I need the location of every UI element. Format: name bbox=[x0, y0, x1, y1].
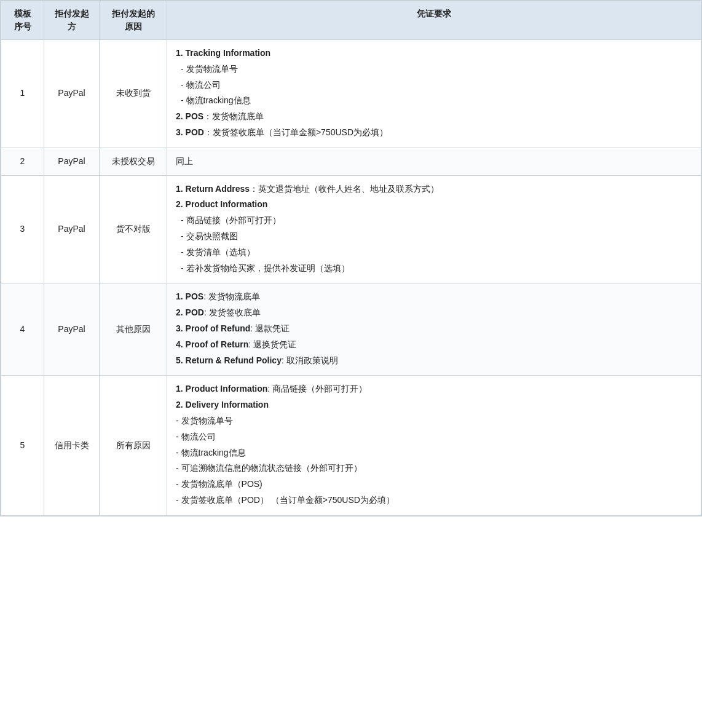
cell-evidence: 1. Tracking Information- 发货物流单号- 物流公司- 物… bbox=[167, 40, 701, 148]
evidence-item: - 可追溯物流信息的物流状态链接（外部可打开） bbox=[176, 461, 692, 476]
cell-num: 3 bbox=[1, 175, 44, 283]
table-row: 3PayPal货不对版1. Return Address：英文退货地址（收件人姓… bbox=[1, 175, 701, 283]
evidence-item: - 若补发货物给买家，提供补发证明（选填） bbox=[176, 261, 692, 276]
evidence-item: - 物流公司 bbox=[176, 430, 692, 445]
cell-party: 信用卡类 bbox=[44, 376, 100, 515]
evidence-item: - 发货物流单号 bbox=[176, 414, 692, 429]
cell-party: PayPal bbox=[44, 283, 100, 376]
cell-reason: 未收到货 bbox=[100, 40, 167, 148]
evidence-item: - 发货签收底单（POD） （当订单金额>750USD为必填） bbox=[176, 493, 692, 508]
main-table-container: 模板序号 拒付发起方 拒付发起的原因 凭证要求 1PayPal未收到货1. Tr… bbox=[0, 0, 702, 516]
cell-reason: 货不对版 bbox=[100, 175, 167, 283]
header-reason: 拒付发起的原因 bbox=[100, 1, 167, 40]
cell-party: PayPal bbox=[44, 175, 100, 283]
cell-party: PayPal bbox=[44, 40, 100, 148]
cell-num: 1 bbox=[1, 40, 44, 148]
evidence-item: 3. POD：发货签收底单（当订单金额>750USD为必填） bbox=[176, 125, 692, 140]
cell-evidence: 1. POS: 发货物流底单2. POD: 发货签收底单3. Proof of … bbox=[167, 283, 701, 376]
cell-reason: 其他原因 bbox=[100, 283, 167, 376]
evidence-item: 1. Return Address：英文退货地址（收件人姓名、地址及联系方式） bbox=[176, 182, 692, 197]
evidence-item: 1. Product Information: 商品链接（外部可打开） bbox=[176, 382, 692, 397]
evidence-item: 3. Proof of Refund: 退款凭证 bbox=[176, 322, 692, 336]
evidence-item: - 交易快照截图 bbox=[176, 229, 692, 244]
evidence-item: - 发货物流底单（POS) bbox=[176, 477, 692, 492]
evidence-item: - 发货清单（选填） bbox=[176, 245, 692, 260]
cell-evidence: 1. Product Information: 商品链接（外部可打开）2. De… bbox=[167, 376, 701, 515]
header-evidence: 凭证要求 bbox=[167, 1, 701, 40]
header-num: 模板序号 bbox=[1, 1, 44, 40]
cell-num: 4 bbox=[1, 283, 44, 376]
evidence-item: 2. Delivery Information bbox=[176, 398, 692, 413]
cell-num: 5 bbox=[1, 376, 44, 515]
table-row: 2PayPal未授权交易同上 bbox=[1, 148, 701, 175]
evidence-item: - 商品链接（外部可打开） bbox=[176, 213, 692, 228]
table-row: 1PayPal未收到货1. Tracking Information- 发货物流… bbox=[1, 40, 701, 148]
evidence-item: 2. Product Information bbox=[176, 197, 692, 212]
evidence-item: 2. POD: 发货签收底单 bbox=[176, 306, 692, 320]
cell-num: 2 bbox=[1, 148, 44, 175]
dispute-table: 模板序号 拒付发起方 拒付发起的原因 凭证要求 1PayPal未收到货1. Tr… bbox=[1, 1, 701, 516]
evidence-item: - 物流tracking信息 bbox=[176, 93, 692, 108]
cell-party: PayPal bbox=[44, 148, 100, 175]
table-header-row: 模板序号 拒付发起方 拒付发起的原因 凭证要求 bbox=[1, 1, 701, 40]
evidence-item: 2. POS：发货物流底单 bbox=[176, 109, 692, 124]
evidence-item: 1. Tracking Information bbox=[176, 46, 692, 61]
evidence-item: - 物流tracking信息 bbox=[176, 446, 692, 461]
evidence-item: - 发货物流单号 bbox=[176, 62, 692, 77]
header-party: 拒付发起方 bbox=[44, 1, 100, 40]
evidence-item: 4. Proof of Return: 退换货凭证 bbox=[176, 338, 692, 352]
table-row: 4PayPal其他原因1. POS: 发货物流底单2. POD: 发货签收底单3… bbox=[1, 283, 701, 376]
evidence-item: - 物流公司 bbox=[176, 78, 692, 93]
table-row: 5信用卡类所有原因1. Product Information: 商品链接（外部… bbox=[1, 376, 701, 515]
cell-evidence: 1. Return Address：英文退货地址（收件人姓名、地址及联系方式）2… bbox=[167, 175, 701, 283]
table-body: 1PayPal未收到货1. Tracking Information- 发货物流… bbox=[1, 40, 701, 516]
cell-reason: 所有原因 bbox=[100, 376, 167, 515]
evidence-item: 1. POS: 发货物流底单 bbox=[176, 290, 692, 304]
evidence-item: 5. Return & Refund Policy: 取消政策说明 bbox=[176, 354, 692, 368]
cell-reason: 未授权交易 bbox=[100, 148, 167, 175]
cell-evidence: 同上 bbox=[167, 148, 701, 175]
